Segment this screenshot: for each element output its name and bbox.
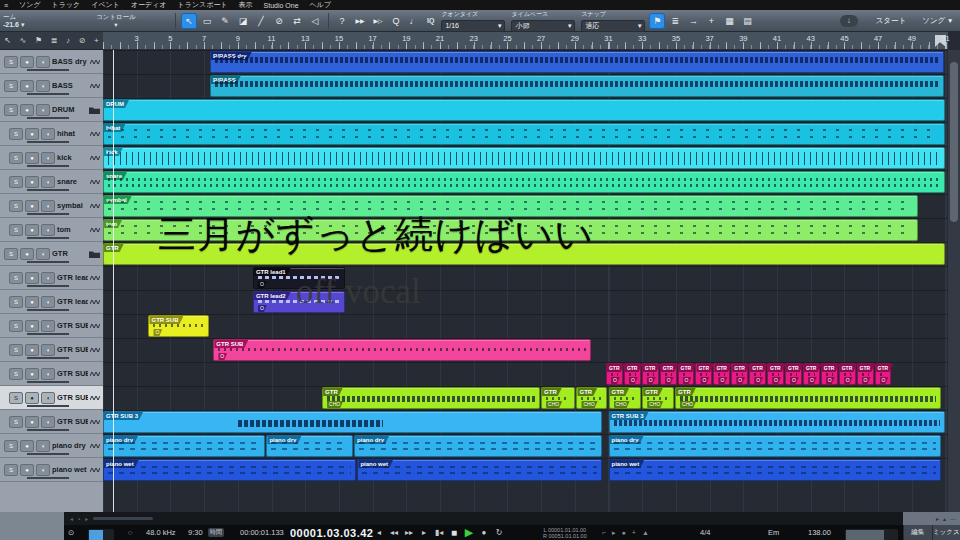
chevron-down-icon[interactable]: ▾ [568,22,572,30]
monitor-button[interactable]: ◖ [41,272,55,284]
arrow-tool[interactable]: ↖ [181,13,197,29]
listen-tool[interactable]: ◁ [307,13,323,29]
precount-icon[interactable]: ⌐ [602,529,606,536]
audio-clip[interactable]: GTRO [767,363,784,385]
monitor-button[interactable]: ◖ [41,344,55,356]
track-row-8[interactable]: S●◖GTR [0,242,103,266]
quantize-button[interactable]: Q [388,13,404,29]
fast-forward-button[interactable]: ▸▸ [402,528,416,537]
volume-slider[interactable] [27,381,69,383]
split-tool[interactable]: ╱ [253,13,269,29]
track-row-13[interactable]: S●◖GTR SUB [0,362,103,386]
loop-range[interactable]: L 00001.01.01.00 R 00051.01.01.00 [543,525,587,540]
pointer-icon[interactable]: ↖ [4,36,11,45]
mute-button[interactable]: ● [20,440,34,452]
audio-clip[interactable]: GTRO [678,363,695,385]
audio-clip[interactable]: GTRCHO [675,387,941,409]
monitor-button[interactable]: ◖ [41,368,55,380]
monitor-button[interactable]: ◖ [41,392,55,404]
menu-item-トラック[interactable]: トラック [52,0,81,10]
record-button[interactable]: ● [477,528,491,537]
menu-item-ヘルプ[interactable]: ヘルプ [310,0,332,10]
dropdown-value[interactable]: 1/16▾ [441,20,505,32]
loop-end[interactable]: R 00051.01.01.00 [543,533,587,539]
control-link-section[interactable]: コントロール ▾ [61,13,171,29]
audio-clip[interactable]: DRUM [103,99,945,121]
scroll-icon[interactable]: ◂ [70,515,73,522]
solo-button[interactable]: S [9,320,23,332]
monitor-button[interactable]: ◖ [41,296,55,308]
mute-button[interactable]: ● [25,296,39,308]
start-page-button[interactable]: スタート [876,16,907,26]
track-row-1[interactable]: S●◖BASS [0,74,103,98]
eraser-tool[interactable]: ◪ [235,13,251,29]
volume-slider[interactable] [27,69,69,71]
solo-button[interactable]: S [9,128,23,140]
monitor-button[interactable]: ◖ [36,248,50,260]
menu-item-イベント[interactable]: イベント [91,0,120,10]
volume-slider[interactable] [27,477,69,479]
stop-button[interactable]: ■ [447,527,461,538]
clip-lane-area[interactable]: B/BASS dryB/BASSDRUMhihatkicksnaresymbal… [103,50,948,512]
audio-clip[interactable]: GTRO [821,363,838,385]
monitor-button[interactable]: ◖ [41,128,55,140]
audio-clip[interactable]: piano dry [266,435,353,457]
control-caret-icon[interactable]: ▾ [61,21,171,29]
pencil-tool[interactable]: ✎ [217,13,233,29]
iq-label[interactable]: IQ [427,17,434,24]
chevron-down-icon[interactable]: ▾ [498,22,502,30]
volume-slider[interactable] [27,141,69,143]
list-icon[interactable]: ≣ [51,36,58,45]
track-row-4[interactable]: S●◖kick [0,146,103,170]
audio-clip[interactable]: hihat [103,123,945,145]
solo-button[interactable]: S [9,296,23,308]
volume-slider[interactable] [27,189,69,191]
mute-button[interactable]: ● [20,56,34,68]
mute-button[interactable]: ● [25,152,39,164]
metronome-dot-icon[interactable]: ● [622,529,626,536]
mute-button[interactable]: ● [20,464,34,476]
mute-button[interactable]: ● [20,248,34,260]
dropdown-value[interactable]: 適応▾ [581,20,645,32]
volume-slider[interactable] [27,117,69,119]
solo-button[interactable]: S [9,368,23,380]
timeline-ruler[interactable]: 3579111315171921232527293133353739414345… [103,32,948,50]
track-row-9[interactable]: S●◖GTR lead1 [0,266,103,290]
volume-slider[interactable] [27,405,69,407]
horizontal-scrollbar-thumb[interactable] [93,517,153,520]
mute-button[interactable]: ● [25,368,39,380]
solo-button[interactable]: S [4,56,18,68]
track-row-2[interactable]: S●◖DRUM [0,98,103,122]
solo-button[interactable]: S [9,392,23,404]
audio-clip[interactable]: GTRCHO [642,387,674,409]
vertical-scrollbar[interactable] [948,50,960,512]
rewind-button[interactable]: ◂◂ [387,528,401,537]
volume-slider[interactable] [27,93,69,95]
mute-button[interactable]: ● [25,224,39,236]
autoscroll-button[interactable]: → [685,13,701,29]
audio-clip[interactable]: GTRCHO [541,387,575,409]
track-row-12[interactable]: S●◖GTR SUB [0,338,103,362]
macro-right-button[interactable]: ▶▷ [370,13,386,29]
track-row-7[interactable]: S●◖tom [0,218,103,242]
gain-caret-icon[interactable]: ▾ [21,21,25,28]
monitor-button[interactable]: ◖ [36,56,50,68]
layout-grid-button[interactable]: ▦ [721,13,737,29]
download-button[interactable]: ↓ [840,15,858,27]
scroll-icon[interactable]: ▪ [78,516,80,522]
add-track-icon[interactable]: + [94,36,99,45]
audio-clip[interactable]: GTR SUBO [213,339,590,361]
solo-button[interactable]: S [4,80,18,92]
crosshair-button[interactable]: + [703,13,719,29]
vertical-scrollbar-thumb[interactable] [950,62,958,222]
audio-clip[interactable]: GTRO [660,363,677,385]
nudge-back-button[interactable]: ◂ [372,528,386,537]
audio-clip[interactable]: GTRCHO [576,387,607,409]
menu-item-トランスポート[interactable]: トランスポート [178,0,228,10]
audio-clip[interactable]: GTR SUB 3 [609,411,945,433]
range-tool[interactable]: ▭ [199,13,215,29]
monitor-section[interactable]: ーム -21.6 ▾ [0,13,61,29]
mix-view-button[interactable]: ミックス [932,525,960,540]
mute-button[interactable]: ● [20,104,34,116]
audio-clip[interactable]: GTRO [695,363,712,385]
